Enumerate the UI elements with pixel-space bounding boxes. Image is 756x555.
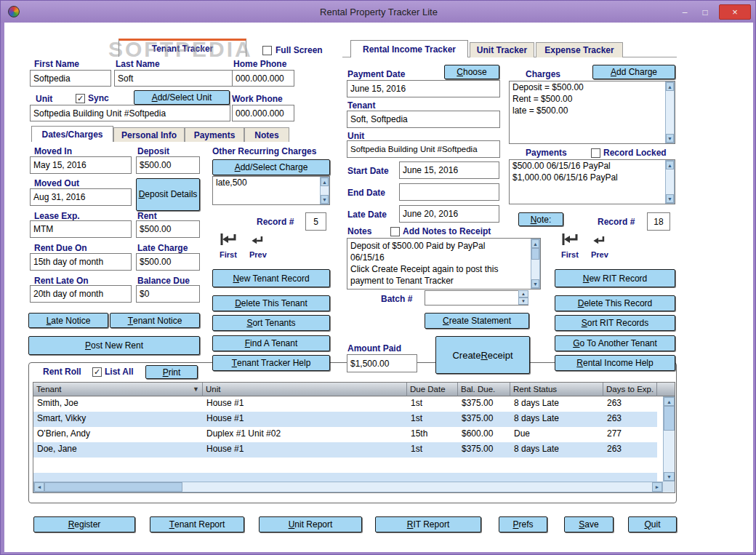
last-name-input[interactable]: Soft bbox=[114, 70, 233, 87]
delete-this-tenant-button[interactable]: Delete This Tenant bbox=[212, 295, 330, 311]
scroll-down-icon[interactable]: ▼ bbox=[531, 279, 539, 288]
scroll-down-icon[interactable]: ▼ bbox=[664, 472, 675, 481]
charges-listbox[interactable]: Deposit = $500.00 Rent = $500.00 late = … bbox=[509, 81, 675, 144]
horizontal-scrollbar[interactable]: ◄ ► bbox=[33, 482, 663, 492]
sync-checkbox[interactable]: ✓ bbox=[76, 94, 85, 103]
moved-out-input[interactable]: Aug 31, 2016 bbox=[30, 188, 132, 206]
rent-due-on-input[interactable]: 15th day of month bbox=[30, 253, 132, 271]
record-locked-checkbox[interactable] bbox=[591, 148, 600, 158]
note-button[interactable]: Note: bbox=[518, 212, 563, 226]
unit-report-button[interactable]: Unit Report bbox=[259, 516, 362, 532]
late-notice-button[interactable]: Late Notice bbox=[28, 313, 108, 328]
table-row[interactable]: Doe, JaneHouse #11st$375.008 days Late26… bbox=[33, 442, 657, 458]
save-button[interactable]: Save bbox=[564, 516, 614, 532]
first-record-icon[interactable] bbox=[560, 230, 579, 252]
tab-notes[interactable]: Notes bbox=[244, 127, 289, 142]
charge-item[interactable]: Deposit = $500.00 bbox=[510, 81, 675, 93]
create-receipt-button[interactable]: Create Receipt bbox=[435, 336, 530, 374]
sort-rit-records-button[interactable]: Sort RIT Records bbox=[555, 315, 675, 331]
post-new-rent-button[interactable]: Post New Rent bbox=[28, 336, 200, 355]
add-select-unit-button[interactable]: Add/Select Unit bbox=[134, 90, 230, 105]
payments-listbox[interactable]: $500.00 06/15/16 PayPal $1,000.00 06/15/… bbox=[509, 159, 675, 204]
scroll-up-icon[interactable]: ▲ bbox=[664, 397, 675, 406]
scroll-down-icon[interactable]: ▼ bbox=[666, 194, 674, 203]
tab-rental-income-tracker[interactable]: Rental Income Tracker bbox=[350, 40, 468, 57]
close-icon[interactable]: × bbox=[719, 4, 751, 20]
full-screen-checkbox[interactable] bbox=[262, 46, 272, 55]
lease-exp-input[interactable]: MTM bbox=[30, 220, 132, 238]
charge-item[interactable]: Rent = $500.00 bbox=[510, 93, 675, 105]
start-date-input[interactable]: June 15, 2016 bbox=[399, 161, 499, 179]
previous-record-icon[interactable] bbox=[591, 233, 607, 252]
add-notes-to-receipt-checkbox[interactable] bbox=[390, 227, 400, 236]
scrollbar-thumb[interactable] bbox=[44, 482, 182, 492]
rental-income-help-button[interactable]: Rental Income Help bbox=[555, 355, 675, 371]
tab-tenant-tracker[interactable]: Tenant Tracker bbox=[118, 39, 246, 57]
first-record-icon[interactable] bbox=[219, 230, 238, 252]
add-select-charge-button[interactable]: Add/Select Charge bbox=[212, 159, 330, 175]
rent-late-on-input[interactable]: 20th day of month bbox=[30, 285, 132, 303]
list-all-checkbox[interactable]: ✓ bbox=[92, 367, 102, 377]
scrollbar-thumb[interactable] bbox=[664, 406, 675, 431]
deposit-details-button[interactable]: Deposit Details bbox=[136, 178, 200, 211]
column-header-tenant[interactable]: Tenant ▼ bbox=[33, 383, 203, 396]
vertical-scrollbar[interactable]: ▲ ▼ bbox=[663, 396, 675, 482]
charge-item[interactable]: late = $500.00 bbox=[510, 105, 675, 116]
late-date-input[interactable]: June 20, 2016 bbox=[399, 205, 499, 223]
minimize-icon[interactable]: – bbox=[675, 4, 694, 20]
quit-button[interactable]: Quit bbox=[628, 516, 677, 532]
moved-in-input[interactable]: May 15, 2016 bbox=[30, 156, 132, 174]
late-charge-input[interactable]: $500.00 bbox=[136, 253, 200, 271]
table-row[interactable]: Smith, JoeHouse #11st$375.008 days Late2… bbox=[33, 396, 657, 412]
spinner-down-icon[interactable]: ▼ bbox=[518, 298, 528, 305]
notes-textarea[interactable]: Deposit of $500.00 Paid by PayPal 06/15/… bbox=[347, 238, 541, 290]
scroll-down-icon[interactable]: ▼ bbox=[321, 195, 329, 204]
column-header-due-date[interactable]: Due Date bbox=[407, 383, 458, 396]
balance-due-input[interactable]: $0 bbox=[136, 285, 200, 303]
maximize-icon[interactable]: □ bbox=[696, 4, 715, 20]
batch-number-input[interactable] bbox=[425, 290, 528, 306]
payment-date-input[interactable]: June 15, 2016 bbox=[347, 80, 500, 97]
register-button[interactable]: Register bbox=[33, 516, 135, 532]
scrollbar-thumb[interactable] bbox=[531, 248, 539, 260]
go-to-another-tenant-button[interactable]: Go To Another Tenant bbox=[555, 335, 675, 351]
payment-item[interactable]: $500.00 06/15/16 PayPal bbox=[510, 160, 675, 172]
recurring-charge-item[interactable]: late,500 bbox=[213, 177, 329, 188]
previous-record-icon[interactable] bbox=[249, 233, 265, 252]
recurring-charges-listbox[interactable]: late,500 ▲ ▼ bbox=[212, 176, 330, 205]
new-rit-record-button[interactable]: New RIT Record bbox=[555, 269, 675, 287]
unit-input-right[interactable]: Softpedia Building Unit #Softpedia bbox=[347, 140, 500, 158]
find-a-tenant-button[interactable]: Find A Tenant bbox=[212, 335, 330, 351]
table-row[interactable]: O'Brien, AndyDuplex #1 Unit #0215th$600.… bbox=[33, 427, 657, 442]
rent-input[interactable]: $500.00 bbox=[136, 220, 200, 238]
deposit-input[interactable]: $500.00 bbox=[136, 156, 200, 174]
payment-item[interactable]: $1,000.00 06/15/16 PayPal bbox=[510, 172, 675, 183]
delete-this-record-button[interactable]: Delete This Record bbox=[555, 295, 675, 311]
tab-payments[interactable]: Payments bbox=[185, 127, 244, 142]
work-phone-input[interactable]: 000.000.000 bbox=[232, 105, 294, 121]
tab-personal-info[interactable]: Personal Info bbox=[113, 127, 185, 142]
tenant-notice-button[interactable]: Tenant Notice bbox=[110, 313, 200, 328]
scroll-up-icon[interactable]: ▲ bbox=[666, 161, 674, 169]
scroll-left-icon[interactable]: ◄ bbox=[34, 482, 44, 492]
tab-unit-tracker[interactable]: Unit Tracker bbox=[470, 42, 534, 57]
column-header-bal-due[interactable]: Bal. Due. bbox=[458, 383, 510, 396]
amount-paid-input[interactable]: $1,500.00 bbox=[347, 354, 417, 372]
tenant-tracker-help-button[interactable]: Tenant Tracker Help bbox=[212, 355, 330, 371]
first-name-input[interactable]: Softpedia bbox=[30, 70, 111, 87]
scroll-up-icon[interactable]: ▲ bbox=[666, 82, 674, 91]
sort-tenants-button[interactable]: Sort Tenants bbox=[212, 315, 330, 331]
home-phone-input[interactable]: 000.000.000 bbox=[232, 70, 294, 87]
tab-expense-tracker[interactable]: Expense Tracker bbox=[536, 42, 623, 57]
rit-report-button[interactable]: RIT Report bbox=[375, 516, 481, 532]
tab-dates-charges[interactable]: Dates/Charges bbox=[31, 126, 113, 142]
end-date-input[interactable] bbox=[399, 183, 499, 201]
unit-input[interactable]: Softpedia Building Unit #Softpedia bbox=[30, 105, 230, 121]
scroll-up-icon[interactable]: ▲ bbox=[531, 239, 539, 248]
scroll-up-icon[interactable]: ▲ bbox=[321, 177, 329, 186]
new-tenant-record-button[interactable]: New Tenant Record bbox=[212, 269, 330, 287]
column-header-rent-status[interactable]: Rent Status bbox=[510, 383, 603, 396]
table-row[interactable]: Smart, VikkyHouse #11st$375.008 days Lat… bbox=[33, 412, 657, 427]
print-button[interactable]: Print bbox=[145, 365, 198, 379]
tenant-report-button[interactable]: Tenant Report bbox=[150, 516, 244, 532]
